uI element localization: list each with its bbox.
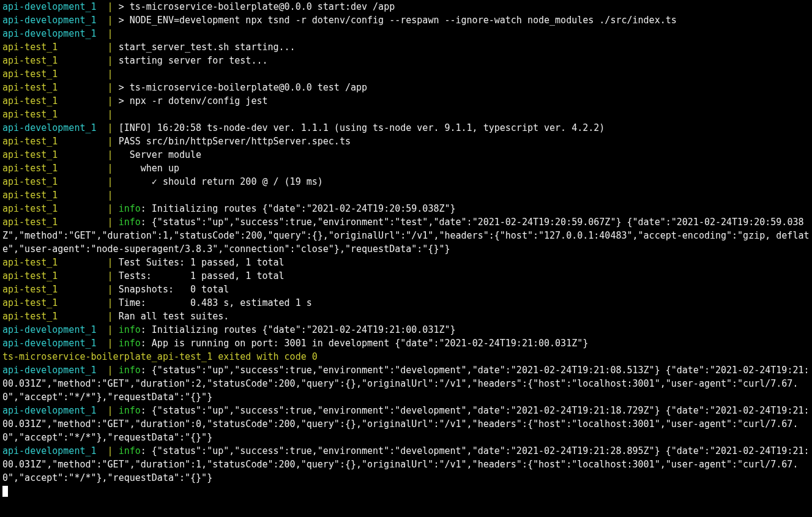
log-line: api-test_1 | start_server_test.sh starti… [2,40,810,54]
log-segment [113,217,119,228]
log-segment: | [108,163,113,174]
log-segment: api-development_1 [2,15,108,26]
log-segment: starting server for test... [113,55,268,66]
log-segment [113,338,119,349]
log-segment: Snapshots: 0 total [113,284,229,295]
log-segment: : Initializing routes {"date":"2021-02-2… [141,324,456,335]
log-segment: Ran all test suites. [113,311,229,322]
log-segment: info [119,203,141,214]
log-line: api-test_1 | PASS src/bin/httpServer/htt… [2,135,810,148]
log-segment: > ts-microservice-boilerplate@0.0.0 test… [113,82,367,93]
log-segment: | [108,109,113,120]
log-segment: | [108,297,113,308]
log-segment: info [119,405,141,416]
log-line: api-test_1 | Snapshots: 0 total [2,283,810,296]
log-line: api-test_1 | Tests: 1 passed, 1 total [2,269,810,283]
log-segment: api-test_1 [2,284,108,295]
log-segment: start_server_test.sh starting... [113,42,296,53]
log-segment: [INFO] 16:20:58 ts-node-dev ver. 1.1.1 (… [113,122,605,133]
log-segment: | [108,95,113,106]
log-segment: info [119,324,141,335]
log-segment [113,445,119,456]
log-line: api-test_1 | info: Initializing routes {… [2,202,810,215]
log-segment: | [108,122,113,133]
log-line: api-development_1 | info: {"status":"up"… [2,444,810,485]
log-line: api-development_1 | [2,27,810,40]
log-segment: > ts-microservice-boilerplate@0.0.0 star… [113,1,395,12]
log-segment: api-development_1 [2,445,108,456]
log-segment: api-development_1 [2,122,108,133]
log-segment: | [108,190,113,201]
log-segment: | [108,136,113,147]
log-segment: ts-microservice-boilerplate_api-test_1 e… [2,351,318,362]
log-segment: | [108,270,113,281]
terminal-output[interactable]: api-development_1 | > ts-microservice-bo… [0,0,812,498]
log-segment: api-test_1 [2,82,108,93]
log-line: api-test_1 | [2,188,810,202]
log-segment: | [108,217,113,228]
log-segment: info [119,365,141,376]
log-segment: api-development_1 [2,405,108,416]
log-line: api-test_1 | [2,108,810,121]
log-segment [113,365,119,376]
log-segment: | [108,1,113,12]
log-segment: api-test_1 [2,109,108,120]
log-segment: Test Suites: 1 passed, 1 total [113,257,285,268]
log-line: api-test_1 | Test Suites: 1 passed, 1 to… [2,256,810,269]
log-line: api-test_1 | starting server for test... [2,54,810,67]
log-line: api-test_1 | Time: 0.483 s, estimated 1 … [2,296,810,310]
log-line: api-test_1 | > ts-microservice-boilerpla… [2,81,810,94]
log-line: api-development_1 | info: {"status":"up"… [2,363,810,404]
log-line: api-test_1 | [2,67,810,81]
log-segment: | [108,405,113,416]
log-segment [113,203,119,214]
log-line: api-development_1 | > ts-microservice-bo… [2,0,810,13]
log-line: api-test_1 | info: {"status":"up","succe… [2,215,810,256]
log-segment: api-development_1 [2,324,108,335]
log-segment: | [108,69,113,80]
log-segment: | [108,149,113,160]
log-segment: api-test_1 [2,217,108,228]
log-segment: info [119,338,141,349]
log-segment: | [108,28,113,39]
log-segment [113,324,119,335]
log-segment: info [119,217,141,228]
log-segment: info [119,445,141,456]
log-segment: api-test_1 [2,69,108,80]
log-segment: api-test_1 [2,95,108,106]
log-segment: api-test_1 [2,297,108,308]
log-line: ts-microservice-boilerplate_api-test_1 e… [2,350,810,363]
log-line: api-development_1 | info: App is running… [2,337,810,350]
log-segment: Time: 0.483 s, estimated 1 s [113,297,312,308]
log-line: api-development_1 | > NODE_ENV=developme… [2,13,810,27]
log-segment: > NODE_ENV=development npx tsnd -r doten… [113,15,677,26]
log-line: api-test_1 | Server module [2,148,810,162]
log-segment: Tests: 1 passed, 1 total [113,270,285,281]
log-segment: | [108,257,113,268]
log-segment: api-test_1 [2,149,108,160]
log-line: api-test_1 | when up [2,162,810,175]
log-segment: | [108,324,113,335]
log-segment: : App is running on port: 3001 in develo… [141,338,589,349]
log-segment: | [108,445,113,456]
log-segment: api-test_1 [2,257,108,268]
log-line: api-development_1 | info: Initializing r… [2,323,810,337]
log-segment: api-development_1 [2,365,108,376]
cursor [2,486,8,497]
log-segment: api-test_1 [2,42,108,53]
log-line: api-test_1 | > npx -r dotenv/config jest [2,94,810,108]
log-segment [113,405,119,416]
log-segment: | [108,284,113,295]
log-segment: when up [113,163,179,174]
log-segment: api-test_1 [2,55,108,66]
log-segment: | [108,82,113,93]
log-segment: | [108,55,113,66]
log-segment: ✓ should return 200 @ / (19 ms) [113,176,323,187]
log-segment: | [108,203,113,214]
log-segment: : Initializing routes {"date":"2021-02-2… [141,203,456,214]
log-segment: | [108,365,113,376]
log-segment: api-test_1 [2,203,108,214]
log-segment: PASS src/bin/httpServer/httpServer.spec.… [113,136,351,147]
log-segment: > npx -r dotenv/config jest [113,95,268,106]
log-line: api-development_1 | [INFO] 16:20:58 ts-n… [2,121,810,135]
